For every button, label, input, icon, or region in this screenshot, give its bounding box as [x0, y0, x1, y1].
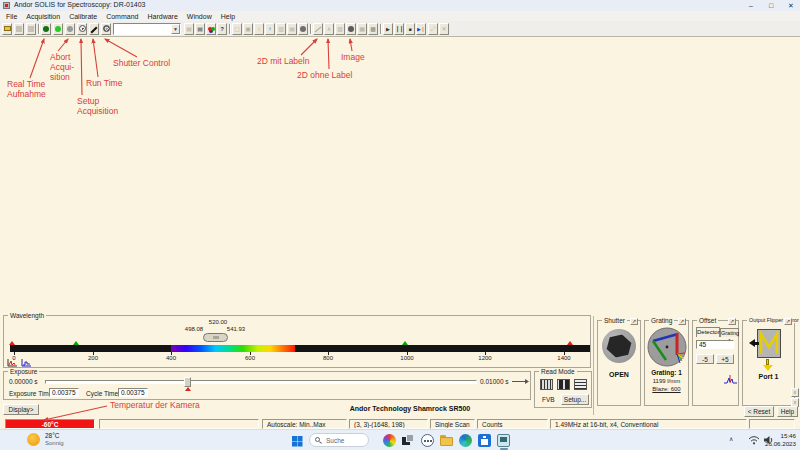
- offset-minus-button[interactable]: -5: [696, 354, 714, 364]
- shutter-iris-icon: [603, 331, 634, 361]
- grating-popout-icon[interactable]: ↗: [678, 318, 686, 325]
- title-bar: Andor SOLIS for Spectroscopy: DR-01403 –…: [0, 0, 800, 11]
- display-button[interactable]: Display>: [3, 404, 39, 415]
- chevron-down-icon[interactable]: ▼: [171, 24, 180, 34]
- minimize-button[interactable]: –: [742, 0, 760, 11]
- taskbar-clock[interactable]: 15:46 26.06.2023: [758, 432, 796, 448]
- widgets-pinwheel-icon[interactable]: [383, 434, 396, 447]
- aperture-icon: [103, 25, 110, 32]
- open-file-button[interactable]: [2, 23, 12, 35]
- take-signal-button[interactable]: [53, 23, 63, 35]
- annotation-2d-labeled: 2D mit Labeln: [257, 56, 309, 66]
- image-mode-icon[interactable]: [574, 379, 587, 390]
- multitrack-mode-icon[interactable]: [557, 379, 570, 390]
- clock-date: 26.06.2023: [758, 440, 796, 448]
- weather-sun-icon[interactable]: [27, 433, 40, 446]
- stop-button[interactable]: ■: [405, 23, 415, 35]
- panel-scroll-up-button[interactable]: ≡: [791, 388, 799, 397]
- image-display-button[interactable]: [346, 23, 356, 35]
- store-icon[interactable]: [478, 434, 491, 447]
- offset-plus-button[interactable]: +5: [716, 354, 734, 364]
- palette-button[interactable]: [206, 23, 216, 35]
- realtime-acquisition-button[interactable]: [41, 23, 51, 35]
- grating-panel: Grating ↗ Grating: 1 1199 l/mm Blaze: 60…: [644, 320, 689, 406]
- fvb-mode-icon[interactable]: [540, 379, 553, 390]
- spectrum-peak-icon[interactable]: [724, 374, 737, 384]
- image-display-icon: [348, 26, 354, 32]
- setup-acquisition-button[interactable]: [77, 23, 87, 35]
- status-empty-2: [749, 419, 795, 429]
- print-button-disabled: ▤: [184, 23, 194, 35]
- search-input[interactable]: Suche: [309, 433, 369, 447]
- close-button[interactable]: ✕: [782, 0, 800, 11]
- exposure-time-label: Exposure Time: [9, 390, 52, 397]
- annotation-image: Image: [341, 52, 365, 62]
- task-view-icon[interactable]: [402, 434, 415, 447]
- menu-help[interactable]: Help: [221, 13, 235, 20]
- abort-acquisition-button[interactable]: [65, 23, 75, 35]
- graph-tool-2-disabled: ▤: [287, 23, 297, 35]
- help-panel-button[interactable]: Help: [777, 406, 798, 417]
- tick-label: 1400: [552, 355, 576, 361]
- offset-value-input[interactable]: [696, 340, 734, 349]
- device-title: Andor Technology Shamrock SR500: [320, 405, 500, 412]
- read-mode-label: Read Mode: [539, 368, 577, 375]
- wavelength-ruler[interactable]: [10, 345, 590, 352]
- chat-icon[interactable]: [421, 434, 434, 447]
- axes-chart-icon[interactable]: [21, 358, 32, 367]
- cycle-time-input[interactable]: [118, 388, 148, 397]
- peak-chart-icon[interactable]: [7, 358, 18, 367]
- play-button[interactable]: ▶: [383, 23, 393, 35]
- weather-temp[interactable]: 28°C: [45, 432, 60, 439]
- visible-spectrum-gradient: [171, 345, 295, 352]
- menu-file[interactable]: File: [6, 13, 17, 20]
- print-button[interactable]: ▤: [195, 23, 205, 35]
- flipper-port: Port 1: [743, 373, 794, 380]
- wavelength-slider-handle[interactable]: [203, 333, 228, 342]
- toolbar-combobox[interactable]: ▼: [113, 23, 181, 35]
- rescale-up-button[interactable]: ↑: [265, 23, 275, 35]
- weather-condition[interactable]: Sonnig: [45, 440, 64, 446]
- wavelength-cursor-value: 520.00: [200, 319, 236, 325]
- menu-command[interactable]: Command: [106, 13, 138, 20]
- andor-solis-app-icon[interactable]: [497, 434, 510, 447]
- grating-name: Grating: 1: [645, 369, 688, 376]
- pause-button[interactable]: ❘❘: [394, 23, 404, 35]
- maximize-button[interactable]: □: [762, 0, 780, 11]
- exposure-time-input[interactable]: [49, 388, 79, 397]
- menu-window[interactable]: Window: [187, 13, 212, 20]
- 2d-with-labels-button: [313, 23, 323, 35]
- acquisition-mode-status: Single Scan: [430, 419, 475, 429]
- offset-popout-icon[interactable]: ↗: [728, 318, 736, 325]
- tab-detector[interactable]: Detector: [696, 327, 720, 337]
- menu-calibrate[interactable]: Calibrate: [69, 13, 97, 20]
- realtime-icon: [43, 26, 49, 32]
- long-arrow-icon: [511, 378, 530, 385]
- take-signal-icon: [55, 26, 61, 32]
- wavelength-panel: Wavelength 520.00 498.08 541.93 0 200 40…: [3, 315, 591, 368]
- exposure-slider-thumb[interactable]: [184, 377, 191, 387]
- edge-browser-icon[interactable]: [459, 434, 472, 447]
- exposure-slider-track[interactable]: [45, 380, 477, 384]
- menu-hardware[interactable]: Hardware: [147, 13, 177, 20]
- step-button[interactable]: ▶❘: [416, 23, 426, 35]
- shutter-control-button[interactable]: [101, 23, 111, 35]
- data-unit-status: Counts: [477, 419, 548, 429]
- shutter-popout-icon[interactable]: ↗: [630, 318, 638, 325]
- tracking-button[interactable]: [298, 23, 308, 35]
- reset-button[interactable]: < Reset: [744, 406, 774, 417]
- tick-label: 1000: [395, 355, 419, 361]
- updown-tool-disabled: ↕: [254, 23, 264, 35]
- windows-start-icon[interactable]: [292, 436, 297, 441]
- runtime-button[interactable]: [89, 23, 99, 35]
- tab-grating-1[interactable]: Grating 1: [720, 328, 739, 337]
- temperature-status: -60°C: [5, 419, 95, 429]
- graph-tool-1-disabled: ▥: [276, 23, 286, 35]
- read-mode-setup-button[interactable]: Setup...: [561, 394, 589, 405]
- help-button[interactable]: ?: [217, 23, 227, 35]
- menu-acquisition[interactable]: Acquisition: [26, 13, 60, 20]
- tick-label: 600: [238, 355, 262, 361]
- flipper-popout-icon[interactable]: ↗: [784, 318, 792, 325]
- tray-chevron-icon[interactable]: ∧: [729, 435, 733, 442]
- file-explorer-icon[interactable]: [440, 434, 453, 447]
